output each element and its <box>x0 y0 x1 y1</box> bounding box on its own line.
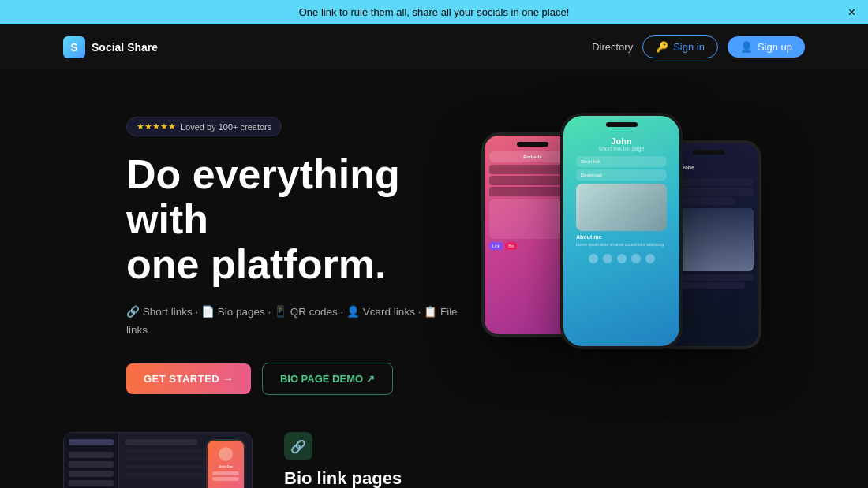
phone-center-name: John <box>570 136 673 146</box>
social-icon-tiktok <box>631 254 641 263</box>
nav-actions: Directory 🔑 Sign in 👤 Sign up <box>592 35 805 58</box>
hero-title-line1: Do everything with <box>126 151 400 242</box>
mockup-sidebar <box>64 433 119 488</box>
sidebar-row-3 <box>69 471 114 477</box>
hero-section: ★★★★★ Loved by 100+ creators Do everythi… <box>0 69 868 416</box>
bio-demo-button[interactable]: BIO PAGE DEMO ↗ <box>262 363 393 395</box>
sidebar-row-1 <box>69 452 114 458</box>
phone-link-1: Short link <box>576 156 667 167</box>
phone-mockup-center: John Short link bio page Short link Down… <box>560 113 683 349</box>
phone-screen-center: John Short link bio page Short link Down… <box>563 116 679 346</box>
star-rating: ★★★★★ <box>137 121 176 132</box>
signup-icon: 👤 <box>740 41 753 53</box>
signin-label: Sign in <box>673 41 705 53</box>
bio-feature-title: Bio link pages <box>284 468 805 488</box>
social-icon-twitter <box>617 254 627 263</box>
signin-button[interactable]: 🔑 Sign in <box>642 35 718 58</box>
signup-button[interactable]: 👤 Sign up <box>728 36 805 58</box>
phone-right-name: Jane <box>682 165 694 170</box>
social-icon-whatsapp <box>589 254 598 263</box>
phone-link-2: Download <box>576 169 667 181</box>
hero-title: Do everything with one platform. <box>126 152 466 288</box>
feature-description: 🔗 Bio link pages Create your own unique … <box>284 432 805 488</box>
sidebar-row-2 <box>69 461 114 468</box>
signup-label: Sign up <box>758 41 792 53</box>
phone-mockups: Embeds Link Bio <box>466 101 805 400</box>
dashboard-mockup: John Doe <box>63 432 253 488</box>
social-icon-instagram <box>603 254 612 263</box>
announcement-banner: One link to rule them all, share all you… <box>0 0 868 24</box>
hero-cta-group: GET STARTED → BIO PAGE DEMO ↗ <box>126 363 466 395</box>
phone-image <box>576 184 667 231</box>
social-proof-badge: ★★★★★ Loved by 100+ creators <box>126 117 282 136</box>
hero-title-line2: one platform. <box>126 241 386 287</box>
logo-icon: S <box>63 36 85 58</box>
banner-close-button[interactable]: × <box>848 6 855 19</box>
phone-center-subtitle: Short link bio page <box>570 146 673 151</box>
phone-social-row <box>570 254 673 263</box>
badge-text: Loved by 100+ creators <box>181 122 271 132</box>
get-started-button[interactable]: GET STARTED → <box>126 363 251 394</box>
hero-content: ★★★★★ Loved by 100+ creators Do everythi… <box>126 101 466 395</box>
social-icon-youtube <box>645 254 655 263</box>
features-section: John Doe 🔗 Bio link pages Create your ow… <box>0 416 868 488</box>
hero-features: 🔗 Short links · 📄 Bio pages · 📱 QR codes… <box>126 304 466 340</box>
bio-feature-icon: 🔗 <box>284 432 312 460</box>
signin-icon: 🔑 <box>656 41 668 53</box>
directory-link[interactable]: Directory <box>592 41 633 53</box>
banner-text: One link to rule them all, share all you… <box>299 6 570 18</box>
mockup-phone-preview: John Doe <box>206 439 245 488</box>
navbar: S Social Share Directory 🔑 Sign in 👤 Sig… <box>0 24 868 69</box>
sidebar-row-4 <box>69 480 114 486</box>
logo-name: Social Share <box>92 41 158 54</box>
logo[interactable]: S Social Share <box>63 36 158 58</box>
